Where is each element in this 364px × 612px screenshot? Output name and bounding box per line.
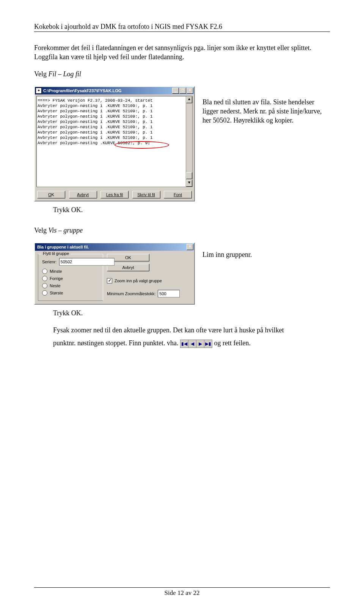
flytt-til-gruppe-box: Flytt til gruppe Serienr: Minste Forrige… <box>38 254 103 301</box>
maximize-button[interactable]: □ <box>179 88 186 94</box>
log-line: Avbryter polygon-nøsting i .KURVE 52109:… <box>38 114 191 119</box>
velg2-menu: Vis – gruppe <box>49 227 83 234</box>
log-line: Avbryter polygon-nøsting i .KURVE 52109:… <box>38 124 191 130</box>
log-window: ✦ C:\Programfiler\FysakF237\FYSAK.LOG _ … <box>34 86 195 201</box>
dlg-titlebar: Bla i gruppene i aktuell fil. × <box>35 243 194 251</box>
avbryt-button[interactable]: Avbryt <box>69 191 97 198</box>
app-icon: ✦ <box>36 88 42 94</box>
min-zoom-input[interactable] <box>158 290 180 297</box>
log-line: ====> FYSAK Versjon F2.37, 2006-03-24, s… <box>38 98 191 103</box>
velg1-menu: Fil – Log fil <box>49 70 82 78</box>
final-para-2b: og rett feilen. <box>214 339 251 347</box>
log-side-text: Bla ned til slutten av fila. Siste hende… <box>202 98 330 125</box>
les-fra-fil-button[interactable]: Les fra fil <box>100 191 129 198</box>
scrollbar[interactable]: ▲ ▼ <box>186 96 192 187</box>
trykk-ok-2: Trykk OK. <box>53 308 330 318</box>
log-titlebar: ✦ C:\Programfiler\FysakF237\FYSAK.LOG _ … <box>35 87 194 94</box>
radio-forrige[interactable]: Forrige <box>42 276 99 281</box>
log-line: Avbryter polygon-nøsting i .KURVE 52109:… <box>38 135 191 140</box>
radio-storste[interactable]: Største <box>42 290 99 296</box>
group-dialog: Bla i gruppene i aktuell fil. × Flytt ti… <box>34 242 195 305</box>
next-icon[interactable]: ▶ <box>196 340 204 348</box>
scroll-down-icon[interactable]: ▼ <box>186 180 192 187</box>
prev-icon[interactable]: ◀ <box>188 340 196 348</box>
scroll-thumb[interactable] <box>186 172 192 179</box>
log-line: Avbryter polygon-nøsting i .KURVE 52109:… <box>38 119 191 124</box>
final-para-1: Fysak zoomer ned til den aktuelle gruppe… <box>53 326 330 335</box>
page-footer: Side 12 av 22 <box>164 589 199 596</box>
trykk-ok-1: Trykk OK. <box>53 205 330 214</box>
dlg-side-text: Lim inn gruppenr. <box>202 250 330 259</box>
skriv-til-fil-button[interactable]: Skriv til fil <box>132 191 160 198</box>
nav-toolbar: ▮◀ ◀ ▶ ▶▮ <box>180 340 212 348</box>
zoom-checkbox[interactable]: ✓ Zoom inn på valgt gruppe <box>107 278 191 283</box>
first-icon[interactable]: ▮◀ <box>180 340 188 348</box>
log-line: Avbryter polygon-nøsting .KURVE 50502:, … <box>38 140 191 146</box>
log-line: Avbryter polygon-nøsting i .KURVE 52109:… <box>38 109 191 114</box>
log-line: Avbryter polygon-nøsting i .KURVE 52109:… <box>38 103 191 109</box>
dlg-close-button[interactable]: × <box>187 244 193 250</box>
intro-paragraph: Forekommer det feil i flatedanningen er … <box>34 43 330 62</box>
velg2-prefix: Velg <box>34 227 49 234</box>
check-icon: ✓ <box>107 278 112 283</box>
log-title: C:\Programfiler\FysakF237\FYSAK.LOG <box>43 88 172 93</box>
radio-neste[interactable]: Neste <box>42 283 99 288</box>
scroll-up-icon[interactable]: ▲ <box>186 96 192 103</box>
minimize-button[interactable]: _ <box>172 88 179 94</box>
serienr-label: Serienr: <box>42 260 57 264</box>
groupbox-legend: Flytt til gruppe <box>41 251 71 256</box>
close-button[interactable]: × <box>187 88 193 94</box>
log-line: Avbryter polygon-nøsting i .KURVE 52109:… <box>38 130 191 135</box>
serienr-input[interactable] <box>59 258 115 266</box>
velg1-prefix: Velg <box>34 70 49 78</box>
font-button[interactable]: Font <box>164 191 192 198</box>
radio-minste[interactable]: Minste <box>42 269 99 274</box>
last-icon[interactable]: ▶▮ <box>204 340 212 348</box>
log-textarea[interactable]: ====> FYSAK Versjon F2.37, 2006-03-24, s… <box>36 96 193 187</box>
dlg-title: Bla i gruppene i aktuell fil. <box>36 245 187 249</box>
final-para-2a: punktnr. nøstingen stoppet. Finn punktet… <box>53 339 180 347</box>
ok-button[interactable]: OK <box>37 191 65 198</box>
page-header: Kokebok i ajourhold av DMK fra ortofoto … <box>34 23 222 30</box>
min-zoom-label: Minimum Zoommålestokk: <box>107 291 155 296</box>
